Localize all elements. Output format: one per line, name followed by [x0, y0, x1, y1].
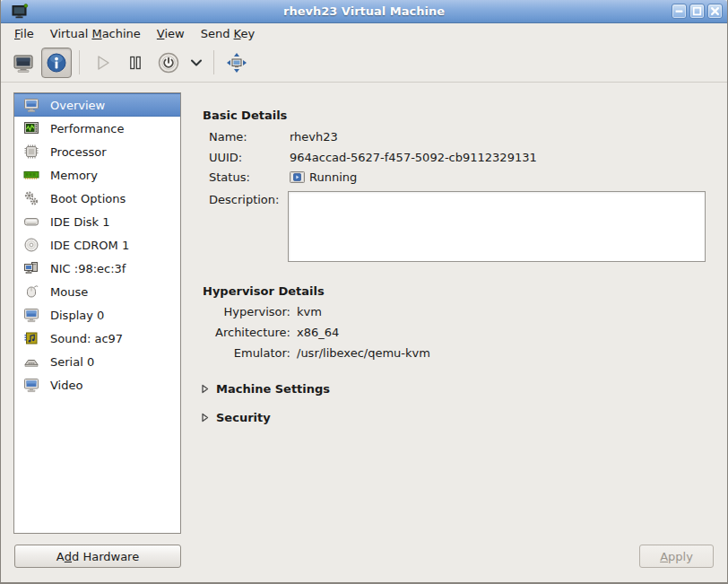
status-label: Status: [209, 170, 290, 184]
status-value: Running [309, 170, 357, 184]
expander-label: Security [216, 411, 271, 424]
details-info-icon [46, 52, 67, 74]
sidebar-item-boot-options[interactable]: Boot Options [14, 187, 180, 210]
uuid-value: 964accad-5627-f457-5092-cb9112329131 [290, 151, 537, 164]
sidebar-item-serial-0[interactable]: Serial 0 [14, 350, 180, 373]
list-item-label: Boot Options [50, 192, 126, 205]
sidebar-item-ide-cdrom-1[interactable]: IDE CDROM 1 [14, 233, 180, 257]
run-icon [91, 52, 113, 74]
close-icon [708, 4, 722, 19]
details-info-button[interactable] [41, 48, 72, 78]
running-status-icon [290, 171, 305, 183]
pause-button[interactable] [120, 48, 151, 78]
list-item-label: Performance [50, 122, 124, 135]
maximize-button[interactable] [689, 4, 705, 19]
hypervisor-row: Emulator: /usr/libexec/qemu-kvm [203, 346, 430, 360]
list-item-label: Memory [50, 169, 98, 182]
sidebar-item-nic-98-ec-3f[interactable]: NIC :98:ec:3f [14, 257, 180, 280]
disk-icon [22, 214, 40, 230]
list-item-label: Serial 0 [50, 355, 94, 369]
serial-icon [22, 353, 40, 370]
toolbar-separator [213, 50, 214, 74]
menu-item-send-key[interactable]: Send Key [193, 25, 263, 42]
apply-button[interactable]: Apply [639, 545, 714, 568]
hypervisor-row-value: /usr/libexec/qemu-kvm [297, 346, 430, 360]
basic-details-heading: Basic Details [203, 109, 287, 122]
list-item-label: Video [50, 379, 82, 392]
hypervisor-row-label: Architecture: [203, 326, 290, 339]
sidebar-item-overview[interactable]: Overview [14, 93, 180, 117]
menu-item-virtual-machine[interactable]: Virtual Machine [42, 25, 149, 42]
list-item-label: IDE Disk 1 [50, 215, 110, 229]
expander-security[interactable]: Security [200, 411, 271, 424]
sidebar-item-sound-ac97[interactable]: Sound: ac97 [14, 327, 180, 350]
minimize-button[interactable] [672, 4, 687, 19]
sidebar-item-mouse[interactable]: Mouse [14, 280, 180, 303]
status-row: Status: Running [209, 170, 357, 184]
list-item-label: Display 0 [50, 309, 104, 322]
boot-icon [22, 190, 40, 206]
chevron-down-icon [188, 55, 204, 71]
name-value: rhevh23 [290, 130, 338, 144]
sidebar-item-ide-disk-1[interactable]: IDE Disk 1 [14, 210, 180, 233]
sidebar-item-video[interactable]: Video [14, 373, 180, 397]
hypervisor-row: Hypervisor: kvm [203, 305, 322, 318]
sidebar-item-performance[interactable]: Performance [14, 117, 180, 140]
list-item-label: Overview [50, 99, 105, 112]
shutdown-power-icon [157, 51, 180, 74]
toolbar [1, 43, 727, 83]
uuid-row: UUID: 964accad-5627-f457-5092-cb91123291… [209, 151, 537, 164]
chevron-down-button[interactable] [186, 48, 206, 78]
hypervisor-details-heading: Hypervisor Details [203, 284, 325, 298]
sidebar-item-memory[interactable]: Memory [14, 163, 180, 187]
monitor-icon [22, 97, 40, 113]
list-item-label: Sound: ac97 [50, 332, 123, 345]
memory-icon [22, 167, 40, 183]
console-button[interactable] [8, 48, 39, 78]
expander-arrow-icon [200, 384, 210, 394]
window-controls [669, 4, 723, 19]
description-input[interactable] [288, 191, 706, 262]
list-item-label: NIC :98:ec:3f [50, 262, 126, 275]
menu-item-file[interactable]: File [6, 25, 42, 42]
menu-item-view[interactable]: View [149, 25, 193, 42]
toolbar-separator [79, 50, 80, 74]
sidebar-item-display-0[interactable]: Display 0 [14, 303, 180, 327]
uuid-label: UUID: [209, 151, 290, 164]
expander-machine-settings[interactable]: Machine Settings [200, 382, 330, 396]
video-icon [22, 377, 40, 393]
processor-icon [22, 144, 40, 160]
name-row: Name: rhevh23 [209, 130, 338, 144]
list-item-label: Processor [50, 145, 107, 159]
vm-details-window: rhevh23 Virtual Machine File Virtual Mac… [0, 0, 728, 584]
display-icon [22, 307, 40, 323]
window-title: rhevh23 Virtual Machine [1, 4, 727, 18]
fullscreen-icon [225, 51, 248, 74]
fullscreen-button[interactable] [221, 48, 252, 78]
cdrom-icon [22, 237, 40, 253]
list-item-label: IDE CDROM 1 [50, 239, 129, 252]
hardware-list: Overview Performance Processor Memory Bo… [13, 92, 181, 534]
maximize-icon [690, 4, 704, 19]
nic-icon [22, 260, 40, 276]
pause-icon [125, 52, 146, 74]
expander-label: Machine Settings [216, 382, 330, 396]
description-label-row: Description: [209, 193, 290, 206]
titlebar[interactable]: rhevh23 Virtual Machine [1, 0, 727, 23]
name-label: Name: [209, 130, 290, 144]
run-button[interactable] [87, 48, 117, 78]
expander-arrow-icon [200, 413, 210, 423]
window-app-icon [11, 3, 29, 20]
hypervisor-row-label: Emulator: [203, 346, 290, 360]
description-label: Description: [209, 193, 290, 206]
sidebar-item-processor[interactable]: Processor [14, 140, 180, 163]
close-button[interactable] [707, 4, 723, 19]
minimize-icon [672, 4, 686, 19]
add-hardware-button[interactable]: Add Hardware [14, 545, 181, 568]
shutdown-power-button[interactable] [153, 48, 184, 78]
performance-icon [22, 120, 40, 136]
console-icon [13, 52, 34, 74]
menubar: File Virtual Machine View Send Key [1, 23, 727, 43]
sound-icon [22, 330, 40, 346]
hypervisor-row: Architecture: x86_64 [203, 326, 339, 339]
